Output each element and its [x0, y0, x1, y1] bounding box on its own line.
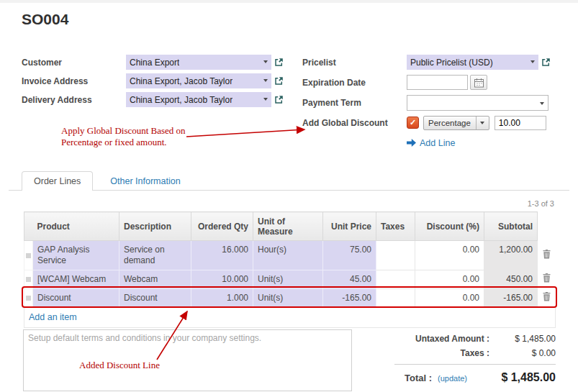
- totals-divider: [394, 364, 556, 365]
- column-header-ordered-qty[interactable]: Ordered Qty: [191, 212, 253, 241]
- cell-unit-price[interactable]: 75.00: [323, 241, 376, 270]
- add-line-button[interactable]: Add Line: [407, 138, 455, 148]
- cell-taxes[interactable]: [376, 270, 415, 289]
- chevron-down-icon[interactable]: [263, 79, 268, 82]
- external-link-icon[interactable]: [274, 95, 284, 104]
- order-line-row-1[interactable]: GAP Analysis Service Service on demand 1…: [24, 241, 556, 270]
- arrow-to-global-discount: [186, 129, 304, 137]
- chevron-down-icon[interactable]: [540, 102, 544, 105]
- external-link-icon[interactable]: [274, 76, 284, 86]
- cell-product[interactable]: [WCAM] Webcam: [33, 270, 119, 289]
- chevron-down-icon[interactable]: [263, 98, 268, 101]
- form-left-column: Customer China Export Invoice Address Ch…: [22, 55, 284, 111]
- cell-taxes[interactable]: [376, 289, 415, 308]
- drag-handle-icon: [26, 296, 31, 301]
- external-link-icon[interactable]: [274, 58, 284, 67]
- customer-value: China Export: [130, 58, 179, 68]
- order-line-row-2[interactable]: [WCAM] Webcam Webcam 10.000 Unit(s) 45.0…: [24, 270, 556, 289]
- page-title: SO004: [22, 11, 68, 28]
- column-header-unit-of-measure[interactable]: Unit of Measure: [253, 212, 323, 241]
- customer-label: Customer: [22, 58, 126, 68]
- customer-field[interactable]: China Export: [126, 55, 271, 70]
- trash-column-header: [538, 212, 556, 241]
- payment-term-row: Payment Term: [302, 95, 551, 110]
- order-line-row-discount[interactable]: Discount Discount 1.000 Unit(s) -165.00 …: [24, 289, 556, 308]
- cell-ordered-qty[interactable]: 16.000: [191, 241, 253, 270]
- cell-subtotal: 1,200.00: [484, 241, 538, 270]
- discount-type-select[interactable]: Percentage: [423, 116, 489, 130]
- global-discount-checkbox[interactable]: [407, 117, 419, 129]
- chevron-down-icon[interactable]: [530, 60, 535, 63]
- calendar-icon[interactable]: [470, 75, 487, 90]
- delivery-address-value: China Export, Jacob Taylor: [130, 95, 232, 105]
- tab-other-information[interactable]: Other Information: [99, 171, 191, 191]
- cell-product[interactable]: GAP Analysis Service: [33, 241, 119, 270]
- delivery-address-row: Delivery Address China Export, Jacob Tay…: [22, 92, 284, 107]
- delete-row-button[interactable]: [538, 241, 556, 270]
- arrow-right-icon: [407, 139, 416, 147]
- update-link[interactable]: (update): [438, 374, 467, 383]
- drag-handle-icon: [26, 277, 31, 282]
- expiration-date-label: Expiration Date: [302, 78, 407, 88]
- delete-row-button[interactable]: [538, 289, 556, 308]
- tab-order-lines[interactable]: Order Lines: [22, 171, 93, 191]
- terms-and-conditions-textarea[interactable]: [23, 329, 352, 391]
- pricelist-value: Public Pricelist (USD): [410, 58, 493, 68]
- cell-discount[interactable]: 0.00: [415, 241, 484, 270]
- cell-unit-price[interactable]: -165.00: [323, 289, 376, 308]
- cell-subtotal: -165.00: [484, 289, 538, 308]
- delete-row-button[interactable]: [538, 270, 556, 289]
- cell-unit-of-measure[interactable]: Hour(s): [253, 241, 323, 270]
- select-caret-box: [476, 117, 484, 129]
- column-header-product[interactable]: Product: [33, 212, 119, 241]
- cell-unit-of-measure[interactable]: Unit(s): [253, 289, 323, 308]
- taxes-value: $ 0.00: [489, 348, 556, 358]
- column-header-taxes[interactable]: Taxes: [376, 212, 415, 241]
- invoice-address-field[interactable]: China Export, Jacob Taylor: [126, 73, 271, 88]
- customer-row: Customer China Export: [22, 55, 284, 70]
- annotation-discount-line-note: Added Discount Line: [79, 360, 160, 371]
- discount-amount-input[interactable]: [495, 116, 546, 130]
- column-header-unit-price[interactable]: Unit Price: [323, 212, 376, 241]
- column-header-discount[interactable]: Discount (%): [415, 212, 484, 241]
- external-link-icon[interactable]: [541, 58, 551, 67]
- add-item-row: Add an item: [24, 308, 556, 328]
- delivery-address-field[interactable]: China Export, Jacob Taylor: [126, 92, 271, 107]
- invoice-address-label: Invoice Address: [22, 76, 126, 86]
- cell-product[interactable]: Discount: [33, 289, 119, 308]
- pricelist-field[interactable]: Public Pricelist (USD): [407, 55, 538, 70]
- chevron-down-icon[interactable]: [263, 60, 268, 63]
- global-discount-label: Add Global Discount: [302, 118, 407, 128]
- cell-unit-price[interactable]: 45.00: [323, 270, 376, 289]
- sales-order-page: SO004 Customer China Export Invoice Addr…: [0, 0, 578, 392]
- untaxed-amount-label: Untaxed Amount :: [394, 334, 489, 344]
- cell-subtotal: 450.00: [484, 270, 538, 289]
- cell-description[interactable]: Discount: [119, 289, 191, 308]
- cell-taxes[interactable]: [376, 241, 415, 270]
- pricelist-label: Pricelist: [302, 58, 407, 68]
- cell-unit-of-measure[interactable]: Unit(s): [253, 270, 323, 289]
- discount-type-value: Percentage: [428, 119, 471, 127]
- cell-ordered-qty[interactable]: 1.000: [191, 289, 253, 308]
- add-line-label: Add Line: [420, 138, 455, 148]
- drag-handle-icon: [26, 253, 31, 258]
- add-item-link[interactable]: Add an item: [29, 312, 77, 322]
- order-lines-table: Product Description Ordered Qty Unit of …: [24, 211, 556, 328]
- expiration-date-input[interactable]: [407, 75, 468, 90]
- payment-term-select[interactable]: [407, 95, 548, 111]
- column-header-subtotal[interactable]: Subtotal: [484, 212, 538, 241]
- chevron-down-icon: [480, 122, 484, 124]
- handle-column-header: [24, 212, 33, 241]
- expiration-date-row: Expiration Date: [302, 75, 551, 90]
- total-value: $ 1,485.00: [501, 371, 556, 384]
- cell-discount[interactable]: 0.00: [415, 270, 484, 289]
- total-row: Total : (update) $ 1,485.00: [394, 371, 556, 384]
- cell-description[interactable]: Service on demand: [119, 241, 191, 270]
- column-header-description[interactable]: Description: [119, 212, 191, 241]
- taxes-label: Taxes :: [394, 348, 489, 358]
- cell-ordered-qty[interactable]: 10.000: [191, 270, 253, 289]
- pager[interactable]: 1-3 of 3: [528, 199, 554, 208]
- row-handle: [24, 241, 33, 270]
- cell-description[interactable]: Webcam: [119, 270, 191, 289]
- cell-discount[interactable]: 0.00: [415, 289, 484, 308]
